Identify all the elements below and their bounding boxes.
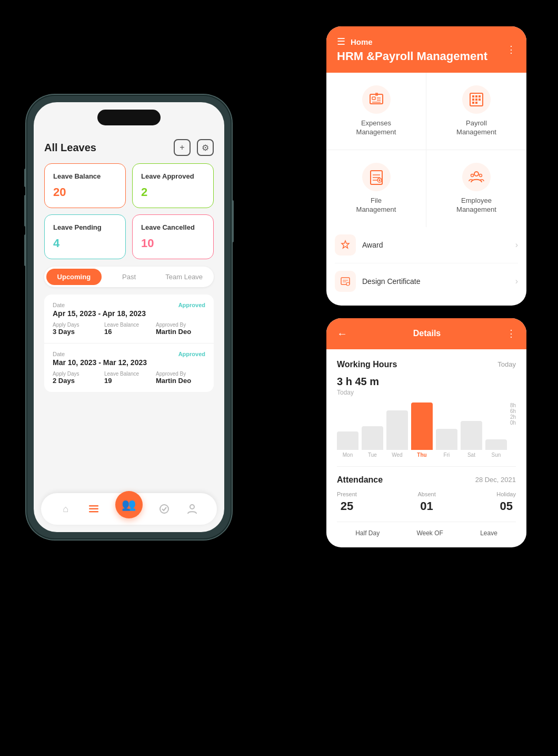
bar-chart: Mon Tue Wed Thu xyxy=(337,402,507,458)
leave-list-item[interactable]: Date Mar 10, 2023 - Mar 12, 2023 Approve… xyxy=(44,343,214,392)
leave-card-balance-value: 20 xyxy=(53,185,117,199)
y-label-8h: 8h xyxy=(510,402,516,408)
svg-rect-15 xyxy=(475,99,477,101)
bar-mon-label: Mon xyxy=(343,452,353,458)
bar-thu-label: Thu xyxy=(417,452,426,458)
hrm-list-items: Award › Design Certificate xyxy=(326,227,526,306)
leave-card-pending-title: Leave Pending xyxy=(53,223,117,232)
approved-by-label-1: Approved By xyxy=(156,322,205,328)
apply-days-value-2: 2 Days xyxy=(53,377,102,385)
svg-rect-18 xyxy=(475,102,477,104)
nav-list-icon[interactable] xyxy=(87,502,101,516)
filter-icon: ⚙ xyxy=(202,143,209,153)
bottom-label-weekof: Week OF xyxy=(416,529,443,537)
bar-sat-label: Sat xyxy=(467,452,475,458)
svg-rect-14 xyxy=(472,99,474,101)
more-icon[interactable]: ⋮ xyxy=(506,44,516,55)
hrm-header: ☰ Home HRM &Payroll Management ⋮ xyxy=(326,26,526,73)
award-item-left: Award xyxy=(335,234,383,256)
nav-center-button[interactable]: 👥 xyxy=(115,491,143,518)
bar-sun: Sun xyxy=(485,439,507,458)
details-header: ← Details ⋮ xyxy=(326,318,526,349)
apply-days-label-1: Apply Days xyxy=(53,322,102,328)
leave-card-balance-title: Leave Balance xyxy=(53,172,117,181)
hrm-grid-payroll[interactable]: PayrollManagement xyxy=(426,73,526,150)
nav-activity-icon[interactable] xyxy=(157,502,171,516)
bar-tue-bar xyxy=(362,426,383,450)
attendance-holiday: Holiday 05 xyxy=(496,491,516,513)
date-label-2: Date xyxy=(53,351,147,357)
bar-mon-bar xyxy=(337,431,358,450)
bottom-label-halfday: Half Day xyxy=(355,529,380,537)
bar-sun-bar xyxy=(485,439,507,450)
hrm-header-title: Home xyxy=(351,37,373,46)
hrm-panel: ☰ Home HRM &Payroll Management ⋮ xyxy=(326,26,526,306)
svg-point-3 xyxy=(160,505,168,513)
bar-sat: Sat xyxy=(461,421,482,458)
approved-by-col-1: Approved By Martin Deo xyxy=(156,322,205,336)
bar-tue-label: Tue xyxy=(368,452,377,458)
details-panel: ← Details ⋮ Working Hours Today 3 h 45 m… xyxy=(326,318,526,547)
y-label-6h: 6h xyxy=(510,408,516,414)
date-range-1: Apr 15, 2023 - Apr 18, 2023 xyxy=(53,309,146,318)
holiday-value: 05 xyxy=(500,499,512,513)
working-hours-today-label: Today xyxy=(497,360,516,368)
nav-home-icon[interactable]: ⌂ xyxy=(59,502,73,516)
leave-card-cancelled[interactable]: Leave Cancelled 10 xyxy=(132,214,214,259)
bar-chart-container: Mon Tue Wed Thu xyxy=(337,402,516,458)
leave-card-approved-value: 2 xyxy=(141,185,205,199)
bar-fri: Fri xyxy=(436,429,457,458)
certificate-chevron-icon: › xyxy=(515,277,518,286)
hrm-grid-file[interactable]: FileManagement xyxy=(326,150,426,227)
details-more-icon[interactable]: ⋮ xyxy=(506,328,516,339)
svg-rect-6 xyxy=(372,97,375,100)
bottom-labels-row: Half Day Week OF Leave xyxy=(337,522,516,537)
leaves-screen: All Leaves + ⚙ Leave Balance 20 xyxy=(34,102,224,532)
tab-past[interactable]: Past xyxy=(102,269,157,285)
bar-wed: Wed xyxy=(386,410,408,458)
nav-profile-icon[interactable] xyxy=(185,502,199,516)
expenses-label: ExpensesManagement xyxy=(356,119,396,137)
holiday-label: Holiday xyxy=(496,491,516,497)
hrm-list-certificate[interactable]: Design Certificate › xyxy=(335,263,518,299)
leaves-header-icons: + ⚙ xyxy=(174,139,214,156)
filter-button[interactable]: ⚙ xyxy=(197,139,214,156)
leave-card-approved-title: Leave Approved xyxy=(141,172,205,181)
svg-rect-1 xyxy=(89,508,98,510)
tab-team-leave[interactable]: Team Leave xyxy=(156,269,212,285)
hrm-grid-expenses[interactable]: ExpensesManagement xyxy=(326,73,426,150)
leave-card-approved[interactable]: Leave Approved 2 xyxy=(132,163,214,208)
add-icon: + xyxy=(180,143,184,152)
bar-thu-bar xyxy=(411,402,433,450)
phone-notch xyxy=(97,110,161,125)
svg-point-4 xyxy=(190,505,194,509)
leaves-header: All Leaves + ⚙ xyxy=(44,134,214,156)
leave-item-details-1: Apply Days 3 Days Leave Balance 16 Appro… xyxy=(53,322,205,336)
leave-list-item[interactable]: Date Apr 15, 2023 - Apr 18, 2023 Approve… xyxy=(44,294,214,343)
certificate-item-left: Design Certificate xyxy=(335,271,421,292)
back-icon[interactable]: ← xyxy=(337,328,347,340)
apply-days-value-1: 3 Days xyxy=(53,328,102,336)
balance-label-1: Leave Balance xyxy=(104,322,154,328)
add-leave-button[interactable]: + xyxy=(174,139,191,156)
hrm-list-award[interactable]: Award › xyxy=(335,227,518,263)
tab-upcoming[interactable]: Upcoming xyxy=(46,269,102,285)
svg-rect-0 xyxy=(89,505,98,507)
divider xyxy=(337,466,516,467)
details-title: Details xyxy=(413,329,441,338)
bar-tue: Tue xyxy=(362,426,383,458)
svg-rect-11 xyxy=(472,95,474,97)
hrm-grid-employee[interactable]: EmployeeManagement xyxy=(426,150,526,227)
leave-item-details-2: Apply Days 2 Days Leave Balance 19 Appro… xyxy=(53,371,205,385)
leave-card-cancelled-value: 10 xyxy=(141,237,205,250)
phone-side-btn3 xyxy=(24,234,26,266)
leave-item-header: Date Mar 10, 2023 - Mar 12, 2023 Approve… xyxy=(53,351,205,367)
working-hours-title: Working Hours xyxy=(337,360,397,369)
date-range-2: Mar 10, 2023 - Mar 12, 2023 xyxy=(53,358,147,367)
phone-screen: All Leaves + ⚙ Leave Balance 20 xyxy=(34,102,224,532)
leave-list: Date Apr 15, 2023 - Apr 18, 2023 Approve… xyxy=(44,294,214,392)
leave-card-pending[interactable]: Leave Pending 4 xyxy=(44,214,126,259)
leave-card-balance[interactable]: Leave Balance 20 xyxy=(44,163,126,208)
payroll-label: PayrollManagement xyxy=(456,119,496,137)
hamburger-icon[interactable]: ☰ xyxy=(337,36,345,47)
